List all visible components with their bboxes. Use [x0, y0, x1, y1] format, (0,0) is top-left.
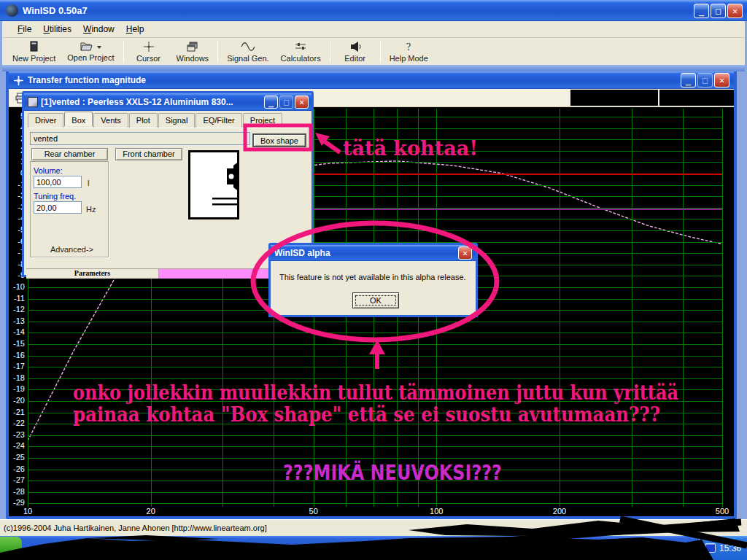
tab-box[interactable]: Box: [64, 112, 93, 126]
y-tick-label: -21: [9, 408, 25, 416]
project-minimize-button[interactable]: _: [264, 96, 278, 109]
gridline-h: [28, 367, 722, 368]
alert-title: WinISD alpha: [274, 248, 330, 258]
windows-button[interactable]: Windows: [171, 38, 215, 65]
close-button[interactable]: ✕: [727, 4, 743, 18]
new-project-icon: [28, 40, 41, 53]
dropdown-arrow-icon: [97, 46, 101, 49]
calculators-button[interactable]: Calculators: [275, 38, 327, 65]
open-project-button[interactable]: Open Project: [61, 38, 120, 65]
y-tick-label: -13: [9, 316, 25, 325]
x-axis-labels: 102050100200500: [28, 507, 722, 516]
tuning-freq-input[interactable]: [34, 201, 82, 214]
gridline-h: [28, 458, 722, 459]
alert-titlebar: WinISD alpha ✕: [271, 245, 476, 261]
x-tick-label: 500: [711, 507, 733, 516]
volume-label: Volume:: [34, 166, 63, 175]
censored-area: [659, 90, 734, 106]
system-tray: 15:36: [699, 536, 747, 560]
transfer-minimize-button[interactable]: _: [681, 73, 696, 88]
gridline-v: [560, 109, 560, 507]
y-tick-label: -10: [9, 282, 25, 291]
x-tick-label: 200: [549, 507, 570, 516]
cursor-icon: [142, 40, 155, 53]
project-maximize-button[interactable]: □: [279, 96, 293, 109]
svg-text:?: ?: [406, 42, 411, 52]
menu-utilities[interactable]: Utilities: [38, 22, 77, 36]
menu-window[interactable]: Window: [78, 22, 120, 36]
gridline-h: [28, 413, 722, 413]
x-tick-label: 10: [17, 507, 39, 516]
toolbar-separator: [330, 40, 330, 63]
tab-driver[interactable]: Driver: [28, 113, 63, 128]
project-window-icon: [28, 97, 38, 107]
focus-outline: [355, 295, 396, 306]
minimize-button[interactable]: _: [694, 4, 709, 18]
taskbar[interactable]: 15:36: [0, 536, 747, 560]
volume-unit: l: [88, 179, 89, 187]
advanced-link[interactable]: Advanced->: [50, 245, 93, 254]
gridline-h: [28, 356, 722, 357]
transfer-close-button[interactable]: ✕: [714, 73, 729, 88]
gridline-h: [28, 401, 722, 402]
gridline-h: [28, 344, 722, 345]
calculators-icon: [293, 40, 308, 53]
tuning-freq-label: Tuning freq.: [34, 192, 76, 201]
y-tick-label: -22: [9, 419, 25, 427]
tab-project[interactable]: Project: [243, 113, 282, 128]
editor-button[interactable]: Editor: [333, 38, 377, 65]
tab-vents[interactable]: Vents: [93, 113, 128, 128]
menu-help[interactable]: Help: [121, 22, 150, 36]
volume-input[interactable]: [34, 176, 82, 188]
y-tick-label: -25: [9, 453, 25, 462]
y-tick-label: -15: [9, 339, 25, 348]
status-bar: (c)1996-2004 Juha Hartikainen, Janne Aho…: [0, 519, 747, 536]
box-type-combobox[interactable]: vented: [30, 132, 250, 145]
ok-button[interactable]: OK: [352, 292, 399, 308]
cursor-button[interactable]: Cursor: [127, 38, 171, 65]
maximize-button[interactable]: □: [711, 4, 726, 18]
project-close-button[interactable]: ✕: [295, 96, 309, 109]
gridline-h: [28, 332, 722, 333]
status-text: (c)1996-2004 Juha Hartikainen, Janne Aho…: [4, 524, 267, 532]
y-tick-label: -19: [9, 384, 25, 393]
parameters-label: Parameters: [26, 269, 159, 279]
transfer-maximize-button[interactable]: □: [697, 73, 713, 88]
y-tick-label: -17: [9, 362, 25, 370]
new-project-button[interactable]: New Project: [7, 38, 61, 65]
censored-area: [570, 90, 658, 106]
gridline-h: [28, 424, 722, 424]
gridline-v: [683, 109, 684, 507]
front-chamber-button[interactable]: Front chamber: [115, 148, 182, 160]
box-shape-button[interactable]: Box shape: [252, 133, 306, 147]
tab-plot[interactable]: Plot: [129, 113, 158, 128]
open-project-icon: [80, 41, 94, 52]
clock: 15:36: [719, 543, 741, 553]
start-button[interactable]: [0, 537, 22, 553]
y-tick-label: -28: [9, 487, 25, 496]
project-window-title: [1]vented : Peerless XXLS-12 Aluminium 8…: [41, 97, 233, 107]
tab-signal[interactable]: Signal: [158, 113, 196, 128]
tab-eq-filter[interactable]: EQ/Filter: [196, 113, 241, 128]
box-diagram: [188, 150, 239, 219]
alert-message: This feature is not yet available in thi…: [279, 273, 471, 281]
gridline-h: [28, 446, 722, 447]
signal-gen-button[interactable]: Signal Gen.: [221, 38, 274, 65]
rear-chamber-button[interactable]: Rear chamber: [31, 148, 108, 160]
speaker-icon: [190, 152, 237, 217]
y-tick-label: -18: [9, 373, 25, 382]
menu-file[interactable]: File: [12, 22, 36, 36]
alert-close-button[interactable]: ✕: [458, 246, 472, 260]
y-tick-label: -24: [9, 441, 25, 450]
x-tick-label: 100: [425, 507, 447, 516]
gridline-h: [28, 322, 722, 322]
y-tick-label: -29: [9, 498, 25, 507]
y-tick-label: -14: [9, 327, 25, 336]
help-mode-button[interactable]: ? Help Mode: [384, 38, 434, 65]
y-tick-label: -12: [9, 305, 25, 314]
transfer-window-title: Transfer function magnitude: [28, 75, 146, 85]
y-tick-label: -23: [9, 430, 25, 439]
main-titlebar: WinISD 0.50a7 _ □ ✕: [0, 0, 747, 21]
gridline-h: [28, 470, 722, 470]
windows-icon: [186, 40, 199, 53]
